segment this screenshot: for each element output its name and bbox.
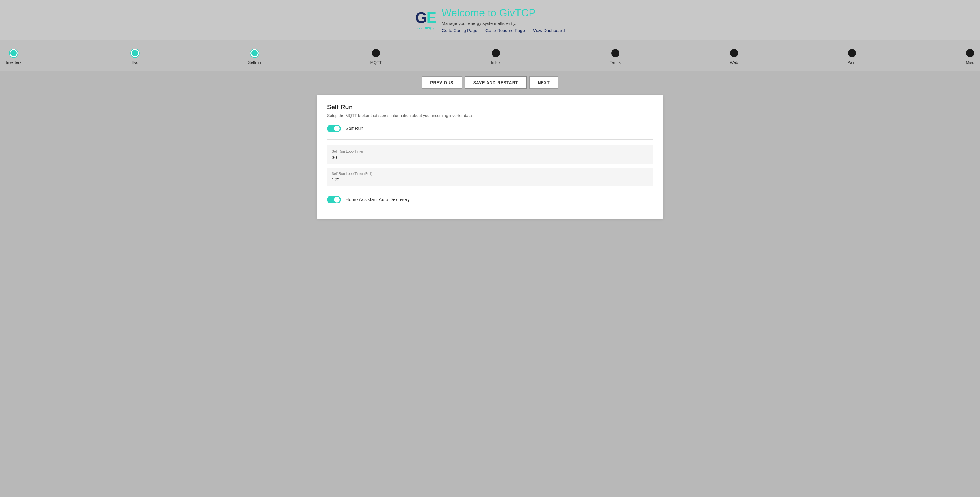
step-dot-inverters bbox=[10, 49, 18, 57]
divider-1 bbox=[327, 139, 653, 140]
step-influx[interactable]: Influx bbox=[491, 49, 500, 65]
save-restart-button[interactable]: SAVE AND RESTART bbox=[465, 76, 527, 89]
step-label-web: Web bbox=[730, 60, 738, 65]
self-run-loop-timer-full-group: Self Run Loop Timer (Full) bbox=[327, 167, 653, 186]
step-dot-misc bbox=[966, 49, 974, 57]
step-dot-tariffs bbox=[611, 49, 619, 57]
dashboard-link[interactable]: View Dashboard bbox=[533, 28, 565, 33]
logo-area: GE GivEnergy Welcome to GivTCP Manage yo… bbox=[415, 7, 565, 33]
card-title: Self Run bbox=[327, 104, 653, 111]
previous-button[interactable]: PREVIOUS bbox=[422, 76, 462, 89]
step-label-inverters: Inverters bbox=[6, 60, 21, 65]
logo-company: GivEnergy bbox=[415, 26, 436, 30]
step-palm[interactable]: Palm bbox=[847, 49, 857, 65]
self-run-loop-timer-group: Self Run Loop Timer bbox=[327, 145, 653, 164]
header-content: Welcome to GivTCP Manage your energy sys… bbox=[442, 7, 565, 33]
self-run-label: Self Run bbox=[345, 126, 363, 131]
home-assistant-slider bbox=[327, 196, 341, 204]
step-evc[interactable]: Evc bbox=[131, 49, 139, 65]
step-label-misc: Misc bbox=[966, 60, 974, 65]
step-label-influx: Influx bbox=[491, 60, 500, 65]
self-run-loop-timer-label: Self Run Loop Timer bbox=[332, 150, 648, 153]
main-card: Self Run Setup the MQTT broker that stor… bbox=[317, 95, 663, 219]
stepper-container: Inverters Evc Selfrun MQTT Influx Tariff… bbox=[0, 40, 980, 70]
page-subtitle: Manage your energy system efficiently. bbox=[442, 21, 565, 26]
step-dot-influx bbox=[492, 49, 500, 57]
home-assistant-toggle-row: Home Assistant Auto Discovery bbox=[327, 196, 653, 204]
header-links: Go to Config Page Go to Readme Page View… bbox=[442, 28, 565, 33]
step-label-evc: Evc bbox=[132, 60, 138, 65]
home-assistant-label: Home Assistant Auto Discovery bbox=[345, 197, 410, 202]
self-run-slider bbox=[327, 125, 341, 132]
stepper: Inverters Evc Selfrun MQTT Influx Tariff… bbox=[0, 49, 980, 65]
config-link[interactable]: Go to Config Page bbox=[442, 28, 477, 33]
step-dot-web bbox=[730, 49, 738, 57]
logo-g: G bbox=[415, 9, 426, 26]
step-dot-evc bbox=[131, 49, 139, 57]
step-label-palm: Palm bbox=[847, 60, 857, 65]
step-dot-palm bbox=[848, 49, 856, 57]
step-web[interactable]: Web bbox=[730, 49, 738, 65]
stepper-line bbox=[0, 57, 980, 57]
self-run-loop-timer-input[interactable] bbox=[332, 155, 648, 160]
readme-link[interactable]: Go to Readme Page bbox=[485, 28, 525, 33]
divider-2 bbox=[327, 190, 653, 190]
step-misc[interactable]: Misc bbox=[966, 49, 974, 65]
self-run-toggle-row: Self Run bbox=[327, 125, 653, 132]
step-label-tariffs: Tariffs bbox=[610, 60, 620, 65]
self-run-toggle[interactable] bbox=[327, 125, 341, 132]
step-label-mqtt: MQTT bbox=[370, 60, 382, 65]
step-dot-selfrun bbox=[250, 49, 259, 57]
self-run-loop-timer-full-input[interactable] bbox=[332, 177, 648, 183]
step-tariffs[interactable]: Tariffs bbox=[610, 49, 620, 65]
card-subtitle: Setup the MQTT broker that stores inform… bbox=[327, 113, 653, 118]
page-title: Welcome to GivTCP bbox=[442, 7, 565, 19]
action-buttons: PREVIOUS SAVE AND RESTART NEXT bbox=[422, 76, 558, 89]
step-inverters[interactable]: Inverters bbox=[6, 49, 21, 65]
step-label-selfrun: Selfrun bbox=[248, 60, 261, 65]
step-dot-mqtt bbox=[372, 49, 380, 57]
step-mqtt[interactable]: MQTT bbox=[370, 49, 382, 65]
logo-e: E bbox=[426, 9, 436, 26]
self-run-loop-timer-full-label: Self Run Loop Timer (Full) bbox=[332, 172, 648, 176]
next-button[interactable]: NEXT bbox=[529, 76, 558, 89]
header: GE GivEnergy Welcome to GivTCP Manage yo… bbox=[0, 0, 980, 40]
home-assistant-toggle[interactable] bbox=[327, 196, 341, 204]
logo: GE GivEnergy bbox=[415, 10, 436, 30]
step-selfrun[interactable]: Selfrun bbox=[248, 49, 261, 65]
